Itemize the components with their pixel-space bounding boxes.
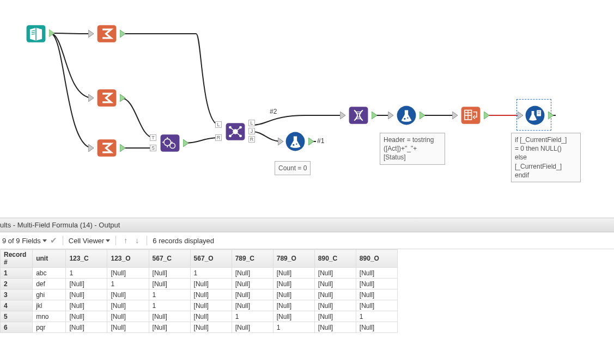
results-table[interactable]: Record # unit 123_C 123_O 567_C 567_O 78…	[0, 249, 398, 333]
output-anchor[interactable]	[372, 112, 377, 119]
input-anchor[interactable]	[340, 112, 345, 119]
cell[interactable]: 1	[190, 268, 232, 279]
cell[interactable]: [Null]	[149, 322, 190, 333]
cell[interactable]: [Null]	[107, 300, 149, 311]
arrow-down-icon[interactable]: ↓	[133, 236, 141, 245]
col-789c[interactable]: 789_C	[232, 250, 273, 268]
cell[interactable]: [Null]	[314, 279, 356, 289]
table-row[interactable]: 2def[Null]1[Null][Null][Null][Null][Null…	[1, 279, 398, 289]
col-123c[interactable]: 123_C	[66, 250, 107, 268]
cell[interactable]: [Null]	[273, 289, 314, 300]
table-row[interactable]: 5mno[Null][Null][Null][Null]1[Null][Null…	[1, 311, 398, 322]
tool-crosstab[interactable]	[458, 102, 484, 128]
cell[interactable]: [Null]	[190, 300, 232, 311]
cell-unit[interactable]: abc	[33, 268, 66, 279]
cell[interactable]: 1	[232, 311, 273, 322]
cell[interactable]: [Null]	[232, 268, 273, 279]
tool-formula-1[interactable]	[282, 128, 308, 155]
tool-join[interactable]	[222, 119, 248, 145]
col-567o[interactable]: 567_O	[190, 250, 232, 268]
tool-summarize-3[interactable]	[94, 135, 120, 161]
col-123o[interactable]: 123_O	[107, 250, 149, 268]
cell[interactable]: [Null]	[232, 279, 273, 289]
cell[interactable]: 1	[356, 311, 397, 322]
col-567c[interactable]: 567_C	[149, 250, 190, 268]
fields-dropdown[interactable]: 9 of 9 Fields	[2, 237, 47, 245]
cell[interactable]: [Null]	[314, 322, 356, 333]
tool-multi-field-formula[interactable]	[522, 102, 548, 128]
cell-unit[interactable]: ghi	[33, 289, 66, 300]
cell[interactable]: [Null]	[190, 279, 232, 289]
table-row[interactable]: 3ghi[Null][Null]1[Null][Null][Null][Null…	[1, 289, 398, 300]
tool-summarize-2[interactable]	[94, 85, 120, 111]
cell[interactable]: [Null]	[66, 311, 107, 322]
col-890o[interactable]: 890_O	[356, 250, 397, 268]
table-row[interactable]: 4jkl[Null][Null]1[Null][Null][Null][Null…	[1, 300, 398, 311]
col-record[interactable]: Record #	[1, 250, 33, 268]
cell[interactable]: 1	[107, 279, 149, 289]
output-anchor[interactable]	[120, 94, 125, 102]
cellviewer-dropdown[interactable]: Cell Viewer	[69, 237, 111, 245]
col-890c[interactable]: 890_C	[314, 250, 356, 268]
workflow-canvas[interactable]: T S L R L J R	[0, 0, 614, 218]
cell[interactable]: [Null]	[190, 289, 232, 300]
table-row[interactable]: 6pqr[Null][Null][Null][Null][Null]1[Null…	[1, 322, 398, 333]
cell[interactable]: [Null]	[356, 289, 397, 300]
tool-dynamic-rename[interactable]	[345, 102, 372, 128]
output-anchor[interactable]	[120, 30, 125, 38]
col-unit[interactable]: unit	[33, 250, 66, 268]
input-anchor[interactable]	[88, 144, 94, 152]
cell-unit[interactable]: mno	[33, 311, 66, 322]
cell[interactable]: [Null]	[273, 279, 314, 289]
cell[interactable]: [Null]	[273, 300, 314, 311]
cell[interactable]: [Null]	[356, 300, 397, 311]
cell[interactable]: [Null]	[273, 268, 314, 279]
cell-unit[interactable]: jkl	[33, 300, 66, 311]
tool-formula-2[interactable]	[393, 102, 420, 128]
cell[interactable]: [Null]	[107, 311, 149, 322]
input-anchor[interactable]	[88, 30, 94, 38]
input-anchor[interactable]	[452, 112, 458, 119]
cell[interactable]: [Null]	[314, 311, 356, 322]
output-anchor[interactable]	[548, 112, 554, 119]
cell[interactable]: [Null]	[107, 268, 149, 279]
cell[interactable]: [Null]	[314, 300, 356, 311]
output-anchor[interactable]	[484, 112, 489, 119]
cell[interactable]: 1	[273, 322, 314, 333]
check-icon[interactable]: ✔	[50, 236, 57, 245]
cell[interactable]: [Null]	[314, 289, 356, 300]
arrow-up-icon[interactable]: ↑	[121, 236, 130, 245]
output-anchor[interactable]	[183, 139, 189, 147]
cell-unit[interactable]: def	[33, 279, 66, 289]
cell[interactable]: [Null]	[273, 311, 314, 322]
cell[interactable]: [Null]	[190, 311, 232, 322]
output-anchor[interactable]	[120, 144, 125, 152]
table-row[interactable]: 1abc1[Null][Null]1[Null][Null][Null][Nul…	[1, 268, 398, 279]
cell[interactable]: [Null]	[66, 289, 107, 300]
cell[interactable]: [Null]	[356, 322, 397, 333]
cell[interactable]: [Null]	[314, 268, 356, 279]
col-789o[interactable]: 789_O	[273, 250, 314, 268]
cell[interactable]: [Null]	[107, 289, 149, 300]
cell-unit[interactable]: pqr	[33, 322, 66, 333]
cell[interactable]: [Null]	[149, 279, 190, 289]
cell[interactable]: 1	[149, 289, 190, 300]
tool-input-data[interactable]	[23, 21, 49, 47]
cell[interactable]: [Null]	[66, 279, 107, 289]
cell[interactable]: [Null]	[190, 322, 232, 333]
cell[interactable]: [Null]	[66, 300, 107, 311]
cell[interactable]: [Null]	[149, 311, 190, 322]
output-anchor[interactable]	[420, 112, 425, 119]
cell[interactable]: [Null]	[356, 268, 397, 279]
cell[interactable]: 1	[149, 300, 190, 311]
output-anchor[interactable]	[49, 29, 54, 37]
input-anchor[interactable]	[388, 112, 393, 119]
cell[interactable]: 1	[66, 268, 107, 279]
output-anchor[interactable]	[308, 138, 314, 145]
tool-append-fields[interactable]	[157, 130, 183, 156]
input-anchor[interactable]	[88, 94, 94, 102]
cell[interactable]: [Null]	[232, 300, 273, 311]
cell[interactable]: [Null]	[356, 279, 397, 289]
cell[interactable]: [Null]	[149, 268, 190, 279]
cell[interactable]: [Null]	[232, 289, 273, 300]
